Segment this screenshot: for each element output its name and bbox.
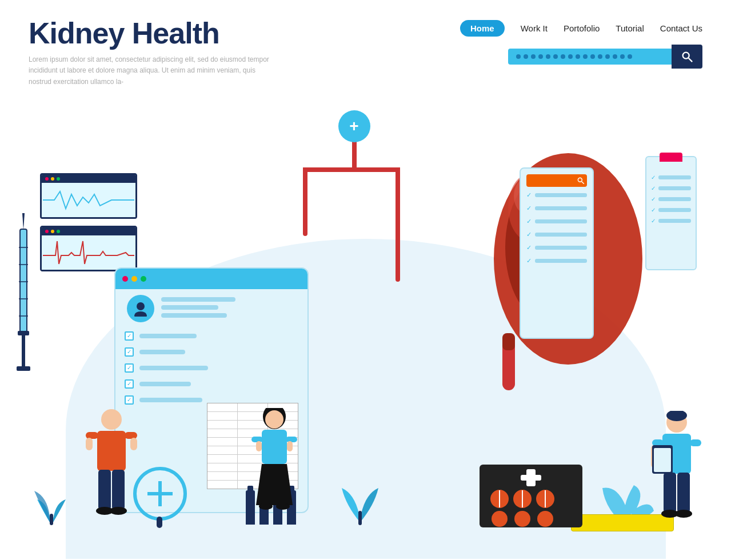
clip-row: ✓: [651, 207, 691, 213]
nav-contact-us[interactable]: Contact Us: [660, 23, 702, 33]
pills-box: [480, 447, 582, 527]
header-right: Home Work It Portofolio Tutorial Contact…: [460, 17, 702, 69]
svg-marker-2: [22, 213, 25, 230]
svg-rect-36: [286, 437, 297, 442]
right-panel-search-icon: [577, 177, 585, 185]
stethoscope-tube-left: [303, 167, 307, 236]
svg-line-1: [689, 58, 692, 62]
right-check-line: [535, 246, 587, 250]
right-checklist-panel: ✓ ✓ ✓ ✓ ✓ ✓: [520, 167, 594, 339]
search-dot: [531, 54, 536, 59]
stethoscope-plus-circle: +: [338, 110, 370, 142]
monitor-dot-red: [45, 177, 49, 181]
svg-rect-12: [17, 366, 30, 371]
right-panel-search-bar: [526, 174, 587, 187]
person-left-svg: [86, 408, 137, 522]
nav-portfolio[interactable]: Portofolio: [564, 23, 600, 33]
right-check-icon: ✓: [526, 244, 532, 251]
person-right: [651, 411, 702, 527]
svg-rect-30: [112, 470, 125, 510]
monitor-ekg-bar: [42, 227, 135, 235]
svg-point-41: [276, 503, 290, 510]
panel-info-lines: [161, 297, 235, 318]
clip-row: ✓: [651, 185, 691, 191]
search-dot: [598, 54, 602, 59]
panel-dot-green: [141, 276, 146, 282]
plant-left: [31, 482, 71, 530]
monitor-dot-yellow: [51, 177, 54, 181]
svg-point-40: [259, 503, 273, 510]
magnifier: [131, 465, 189, 530]
search-dot: [605, 54, 610, 59]
table-cell: [207, 438, 238, 446]
table-cell: [207, 463, 238, 471]
svg-point-0: [683, 53, 689, 59]
clip-check-icon: ✓: [651, 207, 656, 213]
nav-tutorial[interactable]: Tutorial: [616, 23, 644, 33]
panel-checklist: ✓ ✓ ✓ ✓ ✓: [125, 331, 208, 405]
svg-line-16: [582, 182, 584, 184]
avatar-icon: [133, 301, 149, 317]
search-button[interactable]: [672, 45, 702, 69]
search-dot: [613, 54, 617, 59]
monitor-wave: [40, 173, 137, 219]
svg-rect-48: [654, 448, 671, 472]
plant-center: [337, 477, 383, 530]
pills-svg: [480, 447, 582, 527]
search-dot: [583, 54, 588, 59]
right-check-line: [535, 206, 587, 210]
svg-rect-35: [262, 430, 287, 464]
right-check-line: [535, 233, 587, 237]
svg-rect-39: [256, 441, 262, 451]
svg-rect-3: [20, 229, 27, 332]
person-left: [86, 408, 137, 525]
stethoscope: +: [297, 110, 412, 339]
table-cell: [207, 412, 238, 420]
clipboard: ✓ ✓ ✓ ✓ ✓: [645, 156, 697, 270]
svg-rect-50: [664, 473, 676, 513]
main-illustration: ✓ ✓ ✓ ✓ ✓: [0, 99, 731, 559]
syringe-icon: [14, 213, 33, 373]
right-check-icon: ✓: [526, 257, 532, 265]
check-box: ✓: [125, 395, 134, 405]
svg-point-64: [492, 511, 508, 527]
svg-point-66: [537, 511, 553, 527]
stethoscope-tube-right: [396, 167, 400, 282]
right-check-line: [535, 193, 587, 197]
site-subtitle: Lorem ipsum dolor sit amet, consectetur …: [29, 54, 274, 87]
svg-rect-22: [502, 333, 515, 350]
nav-home[interactable]: Home: [460, 20, 505, 37]
right-check-icon: ✓: [526, 205, 532, 212]
check-row: ✓: [125, 331, 208, 341]
svg-point-53: [675, 510, 692, 518]
svg-rect-60: [526, 469, 536, 486]
person-right-svg: [651, 411, 702, 525]
right-check-row: ✓: [526, 244, 587, 251]
svg-rect-27: [125, 432, 137, 439]
search-dot: [628, 54, 632, 59]
search-icon: [681, 50, 693, 63]
panel-header: [115, 269, 307, 289]
search-dot: [576, 54, 580, 59]
right-check-icon: ✓: [526, 231, 532, 238]
search-input-wrap: [508, 49, 672, 65]
nav-work-it[interactable]: Work It: [521, 23, 548, 33]
search-dot: [524, 54, 528, 59]
site-title: Kidney Health: [29, 17, 274, 50]
search-bar: [508, 45, 702, 69]
clip-check-icon: ✓: [651, 185, 656, 191]
monitor-stack: [40, 173, 137, 278]
table-cell: [207, 455, 238, 463]
check-line: [139, 350, 185, 354]
svg-rect-38: [251, 437, 263, 442]
svg-rect-57: [157, 517, 162, 528]
check-box: ✓: [125, 363, 134, 373]
check-line: [139, 366, 208, 370]
plant-center-svg: [337, 477, 383, 528]
check-box: ✓: [125, 379, 134, 389]
check-row: ✓: [125, 379, 208, 389]
right-check-row: ✓: [526, 205, 587, 212]
check-line: [139, 398, 202, 402]
search-dots: [516, 54, 664, 59]
monitor-screen-ekg: [42, 235, 135, 270]
